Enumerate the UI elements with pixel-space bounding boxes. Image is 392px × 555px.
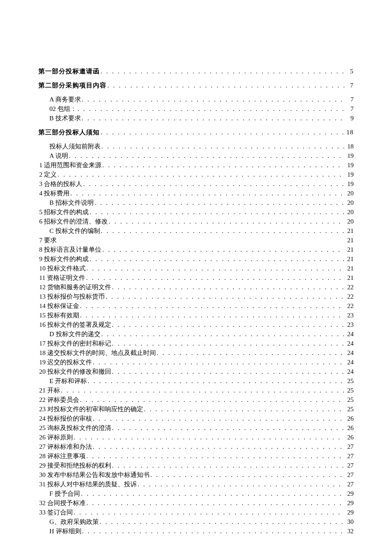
- toc-entry: 6 招标文件的澄清、修改20: [38, 217, 354, 226]
- toc-page-number: 27: [345, 480, 354, 489]
- toc-entry: 30 发布中标结果公告和发放中标通知书27: [38, 471, 354, 479]
- toc-page-number: 21: [345, 245, 354, 254]
- toc-label: 12 货物和服务的证明文件: [39, 283, 111, 292]
- toc-entry: 18 递交投标文件的时间、地点及截止时间24: [38, 349, 354, 357]
- toc-leader-dots: [80, 311, 344, 320]
- toc-leader-dots: [112, 339, 344, 348]
- toc-page-number: 27: [345, 452, 354, 461]
- toc-entry: G、政府采购政策30: [38, 517, 354, 526]
- toc-page-number: 29: [345, 499, 354, 508]
- toc-label: 第三部分投标人须知: [38, 128, 100, 137]
- toc-leader-dots: [89, 208, 344, 217]
- toc-label: G、政府采购政策: [49, 517, 99, 526]
- toc-leader-dots: [109, 217, 344, 226]
- toc-entry: 10 投标文件格式21: [38, 264, 354, 273]
- toc-entry: 29 接受和拒绝投标的权利27: [38, 461, 354, 470]
- toc-leader-dots: [107, 81, 344, 90]
- toc-leader-dots: [106, 292, 344, 301]
- toc-leader-dots: [88, 377, 344, 386]
- toc-entry: 24 投标报价的审核26: [38, 414, 354, 423]
- toc-page-number: 24: [345, 367, 354, 376]
- toc-entry: A 商务要求7: [38, 95, 354, 104]
- toc-entry: 21 开标25: [38, 386, 354, 395]
- toc-entry: 2 定义19: [38, 170, 354, 179]
- toc-leader-dots: [61, 386, 344, 395]
- toc-entry: 15 投标有效期23: [38, 311, 354, 320]
- toc-page-number: 25: [345, 395, 354, 404]
- toc-entry: B 招标文件说明20: [38, 198, 354, 207]
- toc-leader-dots: [69, 151, 344, 160]
- toc-leader-dots: [81, 489, 344, 498]
- toc-leader-dots: [101, 142, 344, 151]
- toc-page-number: 20: [345, 217, 354, 226]
- toc-label: 6 招标文件的澄清、修改: [39, 217, 108, 226]
- toc-label: 33 签订合同: [39, 508, 73, 517]
- toc-entry: 27 评标标准和办法27: [38, 442, 354, 451]
- toc-leader-dots: [70, 189, 344, 198]
- toc-entry: 22 评标委员会25: [38, 395, 354, 404]
- toc-page-number: 32: [345, 527, 354, 536]
- toc-page-number: 27: [345, 461, 354, 470]
- toc-entry: F 授予合同29: [38, 489, 354, 498]
- toc-label: 17 投标文件的密封和标记: [39, 339, 111, 348]
- toc-leader-dots: [74, 508, 344, 517]
- toc-entry: 23 对投标文件的初审和响应性的确定25: [38, 405, 354, 414]
- toc-entry: 31 投标人对中标结果的质疑、投诉27: [38, 480, 354, 489]
- toc-leader-dots: [80, 302, 344, 311]
- toc-entry: 5 招标文件的构成20: [38, 208, 354, 217]
- toc-page-number: 20: [345, 189, 354, 198]
- toc-page-number: 25: [345, 377, 354, 386]
- toc-label: 22 评标委员会: [39, 395, 79, 404]
- toc-label: 第二部分采购项目内容: [38, 81, 107, 90]
- toc-entry: H 评标细则32: [38, 527, 354, 536]
- toc-page-number: 26: [345, 424, 354, 433]
- toc-page-number: 7: [345, 81, 354, 90]
- toc-entry: 投标人须知前附表18: [38, 142, 354, 151]
- toc-label: 11 资格证明文件: [39, 273, 85, 282]
- toc-leader-dots: [138, 480, 344, 489]
- toc-label: 26 评标原则: [39, 433, 73, 442]
- toc-leader-dots: [93, 414, 344, 423]
- toc-leader-dots: [83, 180, 344, 189]
- toc-leader-dots: [82, 527, 344, 536]
- toc-page-number: 27: [345, 471, 354, 479]
- toc-label: 2 定义: [39, 170, 57, 179]
- toc-page-number: 21: [345, 273, 354, 282]
- toc-label: C 投标文件的编制: [49, 227, 100, 235]
- toc-label: 29 接受和拒绝投标的权利: [39, 461, 111, 470]
- toc-page-number: 22: [345, 283, 354, 292]
- toc-leader-dots: [93, 442, 344, 451]
- toc-label: 1 适用范围和资金来源: [39, 161, 101, 170]
- toc-leader-dots: [102, 161, 344, 170]
- toc-leader-dots: [102, 245, 344, 254]
- toc-page-number: 24: [345, 358, 354, 367]
- toc-page-number: 18: [345, 142, 354, 151]
- toc-page-number: 23: [345, 320, 354, 329]
- toc-label: 31 投标人对中标结果的质疑、投诉: [39, 480, 137, 489]
- toc-page-number: 20: [345, 208, 354, 217]
- toc-page-number: 7: [345, 95, 354, 104]
- toc-leader-dots: [93, 358, 344, 367]
- toc-page-number: 9: [345, 114, 354, 123]
- toc-page-number: 5: [345, 67, 354, 76]
- toc-leader-dots: [112, 367, 344, 376]
- toc-entry: 17 投标文件的密封和标记24: [38, 339, 354, 348]
- toc-label: 23 对投标文件的初审和响应性的确定: [39, 405, 143, 414]
- toc-entry: 26 评标原则26: [38, 433, 354, 442]
- toc-entry: 9 投标文件的构成21: [38, 255, 354, 264]
- toc-page-number: 19: [345, 151, 354, 160]
- toc-page-number: 29: [345, 489, 354, 498]
- toc-entry: 8 投标语言及计量单位21: [38, 245, 354, 254]
- toc-entry: 第二部分采购项目内容7: [38, 81, 354, 90]
- toc-leader-dots: [101, 227, 344, 235]
- toc-entry: 33 签订合同29: [38, 508, 354, 517]
- toc-label: B 招标文件说明: [49, 198, 94, 207]
- toc-entry: 1 适用范围和资金来源19: [38, 161, 354, 170]
- toc-page-number: 26: [345, 414, 354, 423]
- toc-leader-dots: [82, 95, 344, 104]
- toc-label: 25 询标及投标文件的澄清: [39, 424, 111, 433]
- toc-page-number: 30: [345, 517, 354, 526]
- toc-page-number: 22: [345, 302, 354, 311]
- toc-leader-dots: [101, 128, 344, 137]
- toc-label: B 技术要求: [49, 114, 81, 123]
